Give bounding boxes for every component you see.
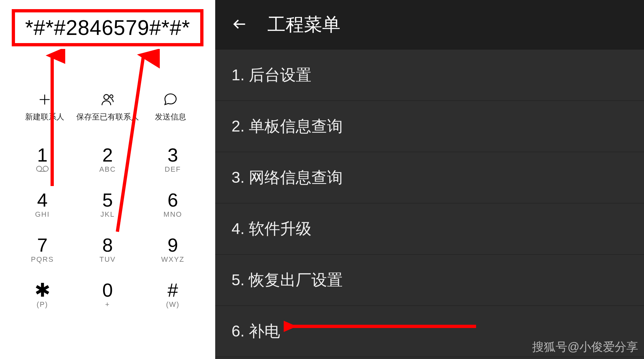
key-digit: 4 xyxy=(37,191,48,210)
menu-item-5[interactable]: 5. 恢复出厂设置 xyxy=(215,255,644,306)
key-2[interactable]: 2 ABC xyxy=(75,142,140,177)
dial-display: *#*#2846579#*#* xyxy=(12,9,203,46)
dial-display-highlight: *#*#2846579#*#* xyxy=(0,0,215,46)
send-message-button[interactable]: 发送信息 xyxy=(141,92,200,122)
key-6[interactable]: 6 MNO xyxy=(140,187,205,222)
menu-title: 工程菜单 xyxy=(267,12,340,37)
key-digit: 8 xyxy=(102,236,113,255)
dialer-actions: 新建联系人 保存至已有联系人 发送信息 xyxy=(0,92,215,122)
action-label: 新建联系人 xyxy=(25,112,64,122)
dialed-code: *#*#2846579#*#* xyxy=(16,16,199,40)
engineering-menu-screen: 工程菜单 1. 后台设置 2. 单板信息查询 3. 网络信息查询 4. 软件升级… xyxy=(215,0,644,359)
svg-point-3 xyxy=(43,166,48,171)
key-sub: GHI xyxy=(35,210,50,218)
menu-item-6[interactable]: 6. 补电 xyxy=(215,306,644,357)
key-sub: TUV xyxy=(99,255,116,263)
chat-icon xyxy=(163,92,178,108)
key-3[interactable]: 3 DEF xyxy=(140,142,205,177)
new-contact-button[interactable]: 新建联系人 xyxy=(15,92,74,122)
dialer-screen: *#*#2846579#*#* 新建联系人 保存至已有联系人 xyxy=(0,0,215,359)
key-digit: 6 xyxy=(168,191,178,210)
key-sub: + xyxy=(105,300,110,308)
key-star[interactable]: ✱ (P) xyxy=(10,277,75,312)
key-5[interactable]: 5 JKL xyxy=(75,187,140,222)
action-label: 发送信息 xyxy=(155,112,186,122)
key-digit: 3 xyxy=(168,146,178,164)
key-sub: (W) xyxy=(166,300,179,308)
key-digit: 7 xyxy=(37,236,48,255)
key-sub: DEF xyxy=(165,165,181,173)
key-8[interactable]: 8 TUV xyxy=(75,232,140,267)
key-sub: ABC xyxy=(99,165,116,173)
action-label: 保存至已有联系人 xyxy=(76,112,139,122)
key-sub: WXYZ xyxy=(161,255,185,263)
key-digit: 0 xyxy=(102,281,113,300)
menu-item-1[interactable]: 1. 后台设置 xyxy=(215,50,644,101)
menu-item-3[interactable]: 3. 网络信息查询 xyxy=(215,152,644,203)
key-sub: MNO xyxy=(163,210,182,218)
menu-item-4[interactable]: 4. 软件升级 xyxy=(215,203,644,255)
person-icon xyxy=(100,92,115,108)
key-sub: (P) xyxy=(37,300,48,308)
key-digit: 1 xyxy=(37,146,48,164)
key-digit: ✱ xyxy=(35,281,51,300)
key-hash[interactable]: # (W) xyxy=(140,277,205,312)
key-1[interactable]: 1 xyxy=(10,142,75,177)
voicemail-icon xyxy=(36,165,49,173)
menu-header: 工程菜单 xyxy=(215,0,644,50)
key-7[interactable]: 7 PQRS xyxy=(10,232,75,267)
svg-point-2 xyxy=(37,166,42,171)
key-9[interactable]: 9 WXYZ xyxy=(140,232,205,267)
dial-keypad: 1 2 ABC 3 DEF 4 GHI 5 JKL 6 MNO 7 PQRS xyxy=(0,142,215,312)
save-contact-button[interactable]: 保存至已有联系人 xyxy=(78,92,137,122)
menu-list: 1. 后台设置 2. 单板信息查询 3. 网络信息查询 4. 软件升级 5. 恢… xyxy=(215,50,644,359)
key-4[interactable]: 4 GHI xyxy=(10,187,75,222)
key-digit: 5 xyxy=(102,191,113,210)
key-digit: 9 xyxy=(168,236,178,255)
svg-point-1 xyxy=(110,95,113,98)
key-digit: # xyxy=(168,281,178,300)
menu-item-2[interactable]: 2. 单板信息查询 xyxy=(215,101,644,152)
key-sub: JKL xyxy=(100,210,115,218)
svg-point-0 xyxy=(104,95,109,100)
key-sub: PQRS xyxy=(31,255,54,263)
back-icon[interactable] xyxy=(232,16,248,34)
key-digit: 2 xyxy=(102,146,113,164)
key-0[interactable]: 0 + xyxy=(75,277,140,312)
plus-icon xyxy=(37,92,52,108)
